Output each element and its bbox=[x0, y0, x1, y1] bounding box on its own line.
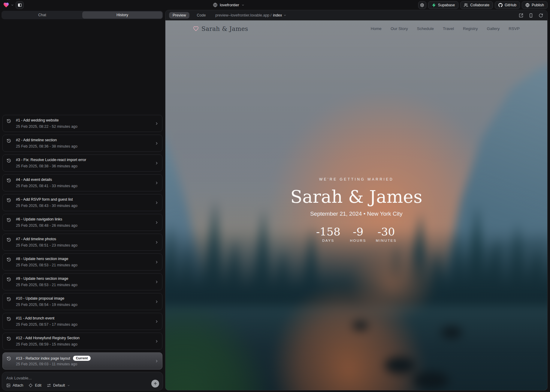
history-item-title: #11 - Add brunch event bbox=[16, 316, 54, 320]
history-item-timestamp: 25 Feb 2025, 08:51 - 23 minutes ago bbox=[16, 243, 77, 247]
github-icon bbox=[498, 3, 503, 7]
chevron-right-icon bbox=[155, 201, 159, 205]
history-icon bbox=[7, 139, 11, 143]
history-item-current[interactable]: #13 - Refactor index page layout Current… bbox=[2, 352, 162, 370]
sidebar-toggle-icon bbox=[18, 3, 22, 7]
chevron-down-icon bbox=[283, 14, 286, 17]
tab-history[interactable]: History bbox=[82, 11, 162, 19]
chevron-right-icon bbox=[155, 141, 159, 145]
sliders-icon bbox=[47, 383, 51, 388]
collaborate-icon bbox=[464, 3, 468, 7]
preview-url-selector[interactable]: preview--lovefrontier.lovable.app / inde… bbox=[215, 13, 286, 17]
lovable-logo-menu[interactable] bbox=[3, 2, 14, 8]
tab-chat[interactable]: Chat bbox=[2, 11, 82, 19]
countdown-days-value: -158 bbox=[316, 226, 340, 237]
edit-button[interactable]: Edit bbox=[29, 383, 41, 388]
history-item[interactable]: #11 - Add brunch event 25 Feb 2025, 08:5… bbox=[2, 313, 162, 330]
history-icon bbox=[7, 119, 11, 123]
open-in-new-window-icon[interactable] bbox=[519, 13, 523, 18]
nav-link-gallery[interactable]: Gallery bbox=[487, 26, 500, 31]
github-button[interactable]: GitHub bbox=[495, 1, 520, 9]
topbar: lovefrontier Supabase Collaborate GitHub bbox=[0, 0, 550, 10]
tab-preview[interactable]: Preview bbox=[169, 12, 189, 19]
history-item-title: #10 - Update proposal image bbox=[16, 296, 64, 301]
chevron-right-icon bbox=[155, 260, 159, 264]
history-item-title: #9 - Update hero section image bbox=[16, 277, 68, 281]
site-nav: Home Our Story Schedule Travel Registry … bbox=[371, 26, 520, 31]
nav-link-schedule[interactable]: Schedule bbox=[417, 26, 434, 31]
mode-selector[interactable]: Default bbox=[47, 383, 70, 388]
preview-url-page: index bbox=[273, 13, 282, 17]
settings-button[interactable] bbox=[418, 1, 426, 9]
tab-code[interactable]: Code bbox=[193, 12, 209, 19]
history-item-title: #12 - Add Honeyfund Registry Section bbox=[16, 336, 80, 340]
history-item-timestamp: 25 Feb 2025, 08:54 - 19 minutes ago bbox=[16, 303, 77, 307]
history-item[interactable]: #3 - Fix: Resolve Lucide-react import er… bbox=[2, 154, 162, 172]
history-item-timestamp: 25 Feb 2025, 08:38 - 36 minutes ago bbox=[16, 164, 77, 168]
history-item[interactable]: #4 - Add event details 25 Feb 2025, 08:4… bbox=[2, 174, 162, 191]
history-item[interactable]: #8 - Update hero section image 25 Feb 20… bbox=[2, 253, 162, 271]
history-item[interactable]: #1 - Add wedding website 25 Feb 2025, 08… bbox=[2, 115, 162, 132]
chevron-down-icon bbox=[67, 384, 70, 387]
history-item-title: #13 - Refactor index page layout bbox=[16, 356, 70, 361]
chevron-right-icon bbox=[155, 280, 159, 284]
chevron-right-icon bbox=[155, 319, 159, 324]
preview-toolbar: Preview Code preview--lovefrontier.lovab… bbox=[165, 10, 547, 20]
nav-link-travel[interactable]: Travel bbox=[443, 26, 454, 31]
publish-button[interactable]: Publish bbox=[522, 1, 548, 9]
hero-subtitle: September 21, 2024 • New York City bbox=[165, 211, 547, 217]
current-badge: Current bbox=[73, 356, 91, 361]
preview-panel: Preview Code preview--lovefrontier.lovab… bbox=[165, 10, 548, 391]
project-name: lovefrontier bbox=[220, 3, 239, 7]
chevron-down-icon bbox=[242, 4, 245, 7]
prompt-input[interactable] bbox=[6, 376, 132, 380]
collaborate-button[interactable]: Collaborate bbox=[460, 1, 493, 9]
mobile-view-icon[interactable] bbox=[529, 13, 533, 18]
supabase-button[interactable]: Supabase bbox=[428, 1, 458, 9]
history-item[interactable]: #12 - Add Honeyfund Registry Section 25 … bbox=[2, 333, 162, 350]
countdown-minutes-label: MINUTES bbox=[376, 239, 397, 242]
site-viewport: Sarah & James Home Our Story Schedule Tr… bbox=[165, 20, 547, 390]
history-item-timestamp: 25 Feb 2025, 08:36 - 38 minutes ago bbox=[16, 144, 77, 148]
edit-select-icon bbox=[29, 383, 33, 388]
history-item[interactable]: #5 - Add RSVP form and guest list 25 Feb… bbox=[2, 194, 162, 211]
chevron-right-icon bbox=[155, 300, 159, 304]
history-item[interactable]: #10 - Update proposal image 25 Feb 2025,… bbox=[2, 293, 162, 310]
attach-button[interactable]: Attach bbox=[6, 383, 23, 388]
supabase-label: Supabase bbox=[438, 3, 455, 7]
site-brand[interactable]: Sarah & James bbox=[193, 25, 248, 32]
chevron-right-icon bbox=[155, 359, 159, 363]
countdown-hours-label: HOURS bbox=[349, 239, 367, 242]
prompt-composer: Attach Edit Default bbox=[2, 372, 163, 391]
history-icon bbox=[7, 218, 11, 222]
history-item[interactable]: #7 - Add timeline photos 25 Feb 2025, 08… bbox=[2, 234, 162, 251]
publish-globe-icon bbox=[525, 3, 530, 7]
history-item-timestamp: 25 Feb 2025, 08:53 - 21 minutes ago bbox=[16, 263, 77, 267]
history-item[interactable]: #9 - Update hero section image 25 Feb 20… bbox=[2, 273, 162, 290]
nav-link-our-story[interactable]: Our Story bbox=[391, 26, 408, 31]
preview-url-prefix: preview--lovefrontier.lovable.app / bbox=[215, 13, 271, 17]
chevron-right-icon bbox=[155, 240, 159, 244]
publish-label: Publish bbox=[532, 3, 544, 7]
history-list: #1 - Add wedding website 25 Feb 2025, 08… bbox=[1, 19, 163, 370]
history-icon bbox=[7, 337, 11, 341]
refresh-icon[interactable] bbox=[539, 13, 543, 18]
history-icon bbox=[7, 257, 11, 262]
countdown-minutes: -30 MINUTES bbox=[376, 226, 397, 242]
attach-image-icon bbox=[6, 383, 11, 388]
nav-link-registry[interactable]: Registry bbox=[463, 26, 478, 31]
history-item[interactable]: #2 - Add timeline section 25 Feb 2025, 0… bbox=[2, 135, 162, 152]
nav-link-rsvp[interactable]: RSVP bbox=[509, 26, 520, 31]
history-item[interactable]: #6 - Update navigation links 25 Feb 2025… bbox=[2, 214, 162, 231]
collaborate-label: Collaborate bbox=[470, 3, 489, 7]
project-switcher[interactable]: lovefrontier bbox=[213, 3, 244, 7]
countdown-days-label: DAYS bbox=[316, 239, 340, 242]
chat-history-sidebar: Chat History #1 - Add wedding website 25… bbox=[1, 10, 163, 391]
nav-link-home[interactable]: Home bbox=[371, 26, 382, 31]
hero-eyebrow: WE'RE GETTING MARRIED bbox=[165, 177, 547, 181]
countdown-hours: -9 HOURS bbox=[349, 226, 367, 242]
send-button[interactable] bbox=[151, 380, 159, 388]
sidebar-toggle-button[interactable] bbox=[16, 1, 24, 9]
countdown-minutes-value: -30 bbox=[376, 226, 397, 237]
history-item-title: #6 - Update navigation links bbox=[16, 217, 62, 221]
